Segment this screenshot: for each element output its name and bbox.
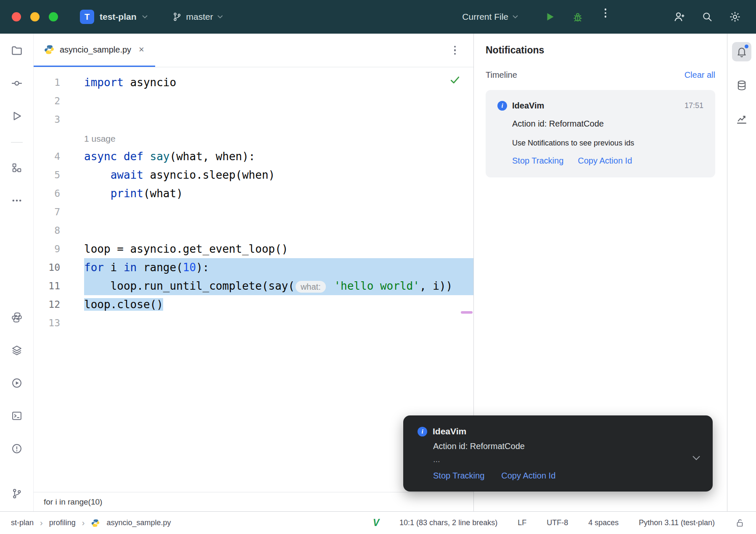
line-number[interactable]: 10 <box>34 258 76 277</box>
ellipsis-icon <box>11 195 23 206</box>
line-number[interactable]: 12 <box>34 295 76 314</box>
debug-button[interactable] <box>569 8 586 25</box>
line-number[interactable]: 11 <box>34 277 76 295</box>
breadcrumb-item-folder[interactable]: profiling <box>49 518 76 527</box>
code-line[interactable]: 13 <box>34 314 473 332</box>
title-bar: T test-plan master Current File <box>0 0 756 34</box>
code-line[interactable]: 5 await asyncio.sleep(when) <box>34 166 473 184</box>
code-with-me-button[interactable] <box>671 8 688 25</box>
code-line[interactable]: 1import asyncio <box>34 73 473 92</box>
search-icon <box>701 11 713 23</box>
close-tab-icon[interactable]: × <box>139 44 144 55</box>
caret-position-widget[interactable]: 10:1 (83 chars, 2 line breaks) <box>399 518 497 527</box>
code-line[interactable]: 4async def say(what, when): <box>34 147 473 166</box>
structure-tool-button[interactable] <box>9 160 24 175</box>
usage-inlay-hint[interactable]: 1 usage <box>84 134 116 143</box>
line-number[interactable]: 6 <box>34 184 76 203</box>
chart-icon <box>736 113 748 125</box>
code-text <box>84 203 473 221</box>
run-configuration-selector[interactable]: Current File <box>462 12 518 22</box>
code-line[interactable]: 10for i in range(10): <box>34 258 473 277</box>
inspections-ok-widget[interactable] <box>449 74 461 86</box>
code-line[interactable]: 1 usage <box>34 129 473 147</box>
code-text: import asyncio <box>84 73 473 92</box>
run-configuration-label: Current File <box>462 12 508 22</box>
zoom-window-button[interactable] <box>49 12 58 21</box>
copy-action-id-link[interactable]: Copy Action Id <box>578 156 632 166</box>
breadcrumb-item-file[interactable]: asyncio_sample.py <box>106 518 171 527</box>
problems-tool-button[interactable] <box>9 441 24 456</box>
chevron-down-icon <box>217 15 223 19</box>
notifications-tool-button[interactable] <box>732 42 751 61</box>
git-branch-icon <box>11 488 23 500</box>
profiler-tool-button[interactable] <box>732 109 751 129</box>
code-line[interactable]: 11 loop.run_until_complete(say(what: 'he… <box>34 277 473 295</box>
code-line[interactable]: 9loop = asyncio.get_event_loop() <box>34 240 473 258</box>
code-text: 1 usage <box>84 129 473 147</box>
checkmark-icon <box>449 74 461 86</box>
code-text <box>84 221 473 240</box>
branch-name: master <box>186 12 213 22</box>
python-packages-tool-button[interactable] <box>9 310 24 325</box>
project-widget[interactable]: T test-plan <box>80 10 148 24</box>
code-line[interactable]: 12loop.close() <box>34 295 473 314</box>
alert-circle-icon <box>11 443 23 455</box>
expand-toast-chevron-icon[interactable] <box>693 456 700 460</box>
settings-button[interactable] <box>727 8 743 25</box>
notification-toast[interactable]: i IdeaVim Action id: ReformatCode ... St… <box>403 415 713 492</box>
database-tool-button[interactable] <box>732 76 751 95</box>
search-everywhere-button[interactable] <box>699 8 716 25</box>
line-number[interactable]: 9 <box>34 240 76 258</box>
project-tool-button[interactable] <box>9 43 24 58</box>
code-line[interactable]: 6 print(what) <box>34 184 473 203</box>
code-line[interactable]: 2 <box>34 92 473 110</box>
line-number[interactable] <box>34 129 76 147</box>
tab-asyncio-sample[interactable]: asyncio_sample.py × <box>34 34 155 67</box>
line-number[interactable]: 7 <box>34 203 76 221</box>
breadcrumb-item-project[interactable]: st-plan <box>11 518 34 527</box>
commit-tool-button[interactable] <box>9 76 24 91</box>
stop-tracking-link[interactable]: Stop Tracking <box>512 156 563 166</box>
unlock-icon[interactable] <box>735 518 745 528</box>
toast-stop-tracking-link[interactable]: Stop Tracking <box>433 471 484 481</box>
version-control-tool-button[interactable] <box>9 486 24 501</box>
code-line[interactable]: 8 <box>34 221 473 240</box>
line-number[interactable]: 2 <box>34 92 76 110</box>
line-number[interactable]: 5 <box>34 166 76 184</box>
close-window-button[interactable] <box>12 12 21 21</box>
tab-options-button[interactable] <box>454 46 456 55</box>
layers-icon <box>11 344 23 356</box>
interpreter-widget[interactable]: Python 3.11 (test-plan) <box>639 518 715 527</box>
services-tool-button[interactable] <box>9 343 24 358</box>
clear-all-link[interactable]: Clear all <box>685 70 715 80</box>
terminal-tool-button[interactable] <box>9 408 24 423</box>
parameter-hint-pill: what: <box>296 281 326 293</box>
more-actions-button[interactable] <box>597 8 614 25</box>
ideavim-icon[interactable]: V <box>373 517 379 529</box>
line-number[interactable]: 3 <box>34 110 76 129</box>
project-icon: T <box>80 10 94 24</box>
timeline-tab[interactable]: Timeline <box>486 70 517 80</box>
run-tool-button[interactable] <box>9 108 24 124</box>
line-number[interactable]: 8 <box>34 221 76 240</box>
toast-copy-action-id-link[interactable]: Copy Action Id <box>501 471 555 481</box>
line-number[interactable]: 13 <box>34 314 76 332</box>
tool-rail-separator <box>11 142 23 143</box>
encoding-widget[interactable]: UTF-8 <box>547 518 568 527</box>
run-anything-tool-button[interactable] <box>9 375 24 391</box>
line-number[interactable]: 1 <box>34 73 76 92</box>
indent-widget[interactable]: 4 spaces <box>588 518 619 527</box>
traffic-lights <box>12 12 58 21</box>
line-separator-widget[interactable]: LF <box>518 518 526 527</box>
editor-context-bar[interactable]: for i in range(10) <box>34 492 473 511</box>
chevron-down-icon <box>142 15 148 19</box>
code-line[interactable]: 7 <box>34 203 473 221</box>
run-button[interactable] <box>542 8 558 25</box>
git-branch-widget[interactable]: master <box>172 12 223 22</box>
line-number[interactable]: 4 <box>34 147 76 166</box>
code-line[interactable]: 3 <box>34 110 473 129</box>
context-line-text: for i in range(10) <box>44 497 102 507</box>
minimize-window-button[interactable] <box>30 12 40 21</box>
more-tools-button[interactable] <box>9 193 24 208</box>
play-circle-icon <box>11 377 23 389</box>
